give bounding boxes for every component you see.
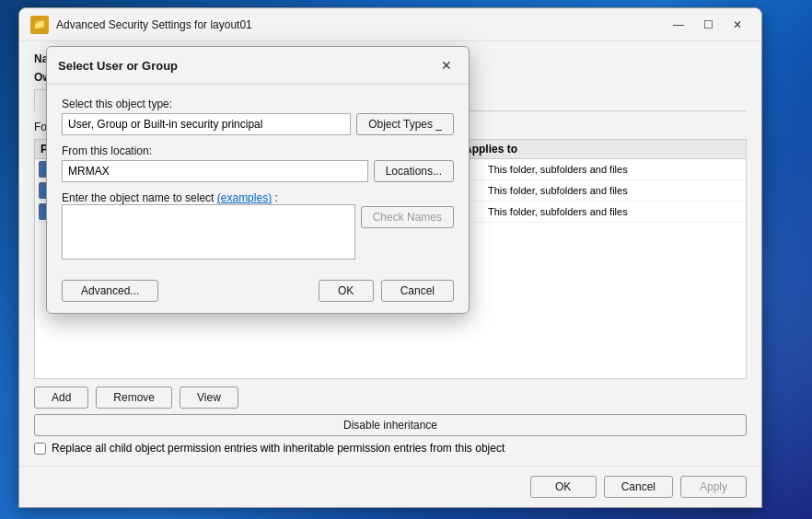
location-input[interactable] bbox=[62, 160, 368, 182]
object-name-section: Enter the object name to select (example… bbox=[62, 191, 454, 260]
dialog-body: Select this object type: Object Types _ … bbox=[47, 85, 469, 272]
dialog-overlay: Select User or Group ✕ Select this objec… bbox=[0, 0, 812, 519]
object-name-row: Check Names bbox=[62, 204, 454, 260]
check-names-button[interactable]: Check Names bbox=[361, 206, 454, 228]
dialog-cancel-button[interactable]: Cancel bbox=[381, 280, 454, 302]
object-types-button[interactable]: Object Types _ bbox=[356, 113, 454, 135]
dialog-title-bar: Select User or Group ✕ bbox=[47, 47, 469, 85]
dialog-ok-button[interactable]: OK bbox=[319, 280, 374, 302]
object-name-label: Enter the object name to select (example… bbox=[62, 191, 454, 204]
object-type-section: Select this object type: Object Types _ bbox=[62, 98, 454, 135]
examples-link[interactable]: (examples) bbox=[217, 191, 272, 204]
location-label: From this location: bbox=[62, 144, 454, 157]
object-type-label: Select this object type: bbox=[62, 98, 454, 110]
dialog-title: Select User or Group bbox=[58, 59, 435, 73]
dialog-footer-right: OK Cancel bbox=[319, 280, 454, 302]
object-type-input[interactable] bbox=[62, 113, 351, 135]
location-row: Locations... bbox=[62, 160, 454, 182]
object-name-textarea[interactable] bbox=[62, 204, 355, 260]
select-user-group-dialog: Select User or Group ✕ Select this objec… bbox=[46, 46, 470, 314]
location-section: From this location: Locations... bbox=[62, 144, 454, 182]
dialog-close-button[interactable]: ✕ bbox=[435, 54, 458, 76]
dialog-footer: Advanced... OK Cancel bbox=[47, 272, 469, 313]
locations-button[interactable]: Locations... bbox=[374, 160, 454, 182]
advanced-button[interactable]: Advanced... bbox=[62, 280, 158, 302]
object-type-row: Object Types _ bbox=[62, 113, 454, 135]
